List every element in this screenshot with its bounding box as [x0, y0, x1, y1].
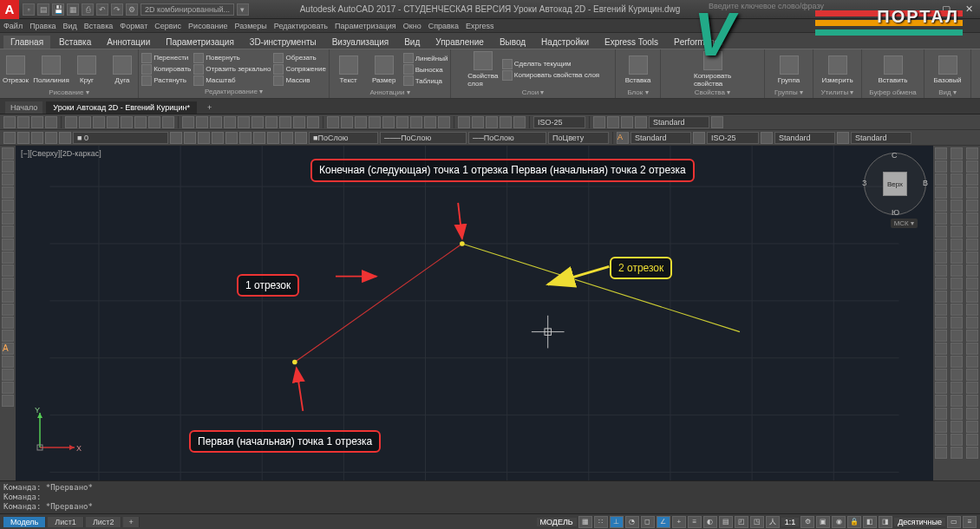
prop-icon[interactable]	[3, 132, 16, 144]
prop-icon[interactable]	[693, 132, 705, 144]
tb1-icon[interactable]	[307, 116, 319, 128]
rtool-icon[interactable]	[951, 173, 963, 186]
scale-button[interactable]: Масштаб	[193, 75, 271, 86]
rtool-icon[interactable]	[935, 251, 947, 264]
rtool-icon[interactable]	[951, 317, 963, 329]
dimstyle2-dropdown[interactable]: ISO-25	[707, 132, 759, 144]
tb1-icon[interactable]	[621, 116, 633, 128]
maximize-button[interactable]: ▢	[935, 1, 957, 18]
prop-icon[interactable]	[281, 132, 293, 144]
color-dropdown[interactable]: ■ ПоСлою	[309, 132, 378, 144]
tb1-icon[interactable]	[238, 116, 250, 128]
rtool-icon[interactable]	[935, 238, 947, 251]
panel-annot-label[interactable]: Аннотации ▾	[369, 88, 409, 97]
prop-icon[interactable]	[253, 132, 265, 144]
fillet-button[interactable]: Сопряжение	[273, 64, 325, 75]
rtool-icon[interactable]	[966, 173, 978, 186]
rtool-icon[interactable]	[935, 147, 947, 160]
rtool-icon[interactable]	[951, 251, 963, 264]
status-iso-icon[interactable]: ◧	[863, 516, 877, 528]
status-polar-icon[interactable]: ◔	[625, 516, 639, 528]
tb1-icon[interactable]	[593, 116, 605, 128]
status-custom-icon[interactable]: ≡	[963, 516, 977, 528]
paste-button[interactable]: Вставить	[877, 51, 910, 88]
tb1-icon[interactable]	[607, 116, 619, 128]
status-dyn-icon[interactable]: +	[672, 516, 686, 528]
rtool-icon[interactable]	[951, 434, 963, 446]
matchprops-button[interactable]: Копировать свойства	[696, 51, 729, 88]
textstyle-dropdown[interactable]: Standard	[649, 116, 709, 128]
rtool-icon[interactable]	[951, 147, 963, 160]
tb1-icon[interactable]	[382, 116, 395, 128]
ribbon-tab-express[interactable]: Express Tools	[598, 36, 665, 49]
menu-view[interactable]: Вид	[63, 22, 77, 30]
measure-button[interactable]: Измерить	[821, 51, 854, 88]
trim-button[interactable]: Обрезать	[273, 53, 325, 63]
qat-gear-icon[interactable]: ⚙	[126, 3, 138, 16]
menu-insert[interactable]: Вставка	[84, 22, 113, 30]
tb1-icon[interactable]	[210, 116, 222, 128]
rtool-icon[interactable]	[966, 356, 978, 368]
tb1-icon[interactable]	[438, 116, 450, 128]
rtool-icon[interactable]	[935, 395, 947, 407]
layout-tab-2[interactable]: Лист2	[86, 517, 122, 527]
vtool-icon[interactable]	[2, 199, 14, 212]
tb1-icon[interactable]	[458, 116, 470, 128]
rtool-icon[interactable]	[966, 212, 978, 225]
tb1-icon[interactable]	[486, 116, 498, 128]
rtool-icon[interactable]	[966, 251, 978, 264]
status-monitor-icon[interactable]: ◉	[832, 516, 846, 528]
makecurrent-button[interactable]: Сделать текущим	[502, 59, 599, 69]
copy-button[interactable]: Копировать	[141, 64, 191, 75]
linear-button[interactable]: Линейный	[403, 53, 448, 63]
prop-icon[interactable]: A	[617, 132, 629, 144]
menu-draw[interactable]: Рисование	[188, 22, 227, 30]
model-tab[interactable]: Модель	[3, 517, 46, 527]
stretch-button[interactable]: Растянуть	[141, 75, 191, 86]
status-otrack-icon[interactable]: ∠	[657, 516, 670, 528]
tb1-icon[interactable]	[148, 116, 160, 128]
tb1-icon[interactable]	[279, 116, 291, 128]
status-3d-icon[interactable]: ◳	[750, 516, 764, 528]
tb1-icon[interactable]	[635, 116, 647, 128]
rtool-icon[interactable]	[951, 199, 963, 212]
vtool-icon[interactable]	[2, 304, 14, 316]
tb1-icon[interactable]	[162, 116, 174, 128]
prop-icon[interactable]	[170, 132, 182, 144]
menu-modify[interactable]: Редактировать	[274, 22, 328, 30]
status-lock-icon[interactable]: 🔒	[847, 516, 861, 528]
rtool-icon[interactable]	[935, 199, 947, 212]
qat-redo-icon[interactable]: ↷	[111, 3, 123, 16]
ribbon-tab-home[interactable]: Главная	[3, 36, 50, 49]
rtool-icon[interactable]	[935, 317, 947, 329]
table-button[interactable]: Таблица	[403, 75, 448, 86]
tb1-icon[interactable]	[711, 116, 723, 128]
rtool-icon[interactable]	[951, 369, 963, 381]
rtool-icon[interactable]	[966, 434, 978, 446]
ribbon-tab-view[interactable]: Вид	[397, 36, 427, 49]
ribbon-tab-output[interactable]: Вывод	[493, 36, 532, 49]
prop-icon[interactable]	[837, 132, 849, 144]
rtool-icon[interactable]	[951, 225, 963, 238]
rtool-icon[interactable]	[935, 225, 947, 238]
rtool-icon[interactable]	[951, 186, 963, 199]
tb1-icon[interactable]	[3, 116, 16, 128]
polyline-button[interactable]: Полилиния	[35, 51, 68, 88]
rtool-icon[interactable]	[951, 212, 963, 225]
rtool-icon[interactable]	[951, 238, 963, 251]
insert-button[interactable]: Вставка	[622, 51, 655, 88]
rtool-icon[interactable]	[966, 382, 978, 394]
tb1-icon[interactable]	[45, 116, 57, 128]
rtool-icon[interactable]	[935, 330, 947, 342]
qat-save-icon[interactable]: 💾	[52, 3, 64, 16]
line-button[interactable]: Отрезок	[0, 51, 32, 88]
ribbon-tab-3d[interactable]: 3D-инструменты	[243, 36, 323, 49]
vtool-icon[interactable]	[2, 317, 14, 329]
tb1-icon[interactable]	[79, 116, 91, 128]
rtool-icon[interactable]	[935, 291, 947, 303]
status-hw-icon[interactable]: ◨	[879, 516, 892, 528]
tb1-icon[interactable]	[224, 116, 236, 128]
matchlayer-button[interactable]: Копировать свойства слоя	[502, 70, 599, 81]
app-logo[interactable]: A	[0, 0, 19, 19]
rtool-icon[interactable]	[935, 369, 947, 381]
